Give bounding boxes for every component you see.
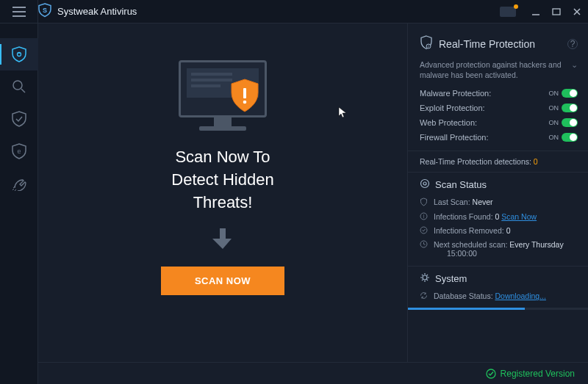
scan-now-link[interactable]: Scan Now (501, 212, 537, 221)
menu-button[interactable] (0, 0, 37, 23)
nav-quarantine[interactable]: e (0, 135, 38, 167)
svg-text:i: i (428, 44, 429, 48)
check-icon (486, 369, 496, 379)
maximize-button[interactable] (551, 7, 562, 17)
scan-status-header: Scan Status (420, 178, 578, 191)
realtime-header: i Real-Time Protection ? (420, 35, 578, 52)
check-circle-icon (420, 226, 429, 236)
clock-icon (420, 240, 429, 250)
svg-point-16 (423, 275, 427, 280)
footer: Registered Version (38, 362, 588, 384)
infections-removed: Infections Removed: 0 (420, 224, 578, 238)
svg-text:i: i (423, 214, 425, 219)
cursor-icon (338, 106, 347, 121)
monitor-illustration (171, 60, 274, 137)
titlebar: S Systweak Antivirus (0, 0, 588, 23)
license-key-icon[interactable] (500, 7, 516, 17)
chevron-down-icon: ⌄ (571, 59, 578, 80)
last-scan: Last Scan: Never (420, 195, 578, 210)
nav-scan[interactable] (0, 70, 38, 103)
close-button[interactable] (572, 7, 582, 17)
system-header: System (420, 272, 578, 285)
sync-icon (420, 291, 429, 301)
database-status: Database Status: Downloading... (420, 289, 578, 303)
app-title: Systweak Antivirus (57, 6, 137, 17)
svg-point-10 (421, 180, 429, 188)
infections-found: i Infections Found: 0 Scan Now (420, 210, 578, 224)
gear-icon (420, 178, 430, 191)
svg-point-11 (423, 182, 426, 185)
svg-text:S: S (43, 7, 47, 14)
app-logo-icon: S (38, 3, 51, 20)
main-panel: Scan Now To Detect Hidden Threats! SCAN … (38, 23, 407, 384)
toggle-firewall: Firewall Protection: ON (420, 130, 578, 145)
info-icon: i (420, 212, 429, 222)
realtime-subtext[interactable]: Advanced protection against hackers and … (420, 59, 578, 80)
db-status-link[interactable]: Downloading... (495, 291, 545, 300)
svg-rect-5 (553, 9, 560, 15)
registered-badge: Registered Version (486, 369, 575, 379)
help-icon[interactable]: ? (567, 39, 578, 49)
shield-icon: i (420, 35, 433, 52)
web-toggle[interactable] (562, 118, 578, 127)
scan-now-button[interactable]: SCAN NOW (161, 267, 284, 295)
exploit-toggle[interactable] (562, 104, 578, 112)
detections-count: Real-Time Protection detections: 0 (420, 157, 578, 166)
arrow-down-icon (212, 227, 233, 253)
svg-rect-1 (18, 52, 20, 54)
toggle-malware: Malware Protection: ON (420, 86, 578, 101)
toggle-exploit: Exploit Protection: ON (420, 101, 578, 115)
firewall-toggle[interactable] (562, 133, 578, 142)
nav-optimize[interactable] (0, 167, 38, 200)
next-scan: Next scheduled scan: Every Thursday15:00… (420, 238, 578, 260)
download-progress (408, 308, 588, 310)
headline: Scan Now To Detect Hidden Threats! (171, 146, 273, 214)
toggle-web: Web Protection: ON (420, 115, 578, 130)
svg-point-2 (13, 81, 22, 90)
svg-text:e: e (17, 148, 21, 155)
svg-point-7 (243, 101, 247, 104)
settings-icon (420, 272, 430, 285)
svg-point-14 (420, 227, 427, 233)
nav-protection[interactable] (0, 103, 38, 135)
svg-rect-6 (243, 88, 246, 98)
minimize-button[interactable] (531, 7, 541, 17)
malware-toggle[interactable] (562, 89, 578, 98)
shield-check-icon (420, 198, 429, 208)
shield-warning-icon (229, 78, 261, 115)
nav-home[interactable] (0, 38, 38, 70)
